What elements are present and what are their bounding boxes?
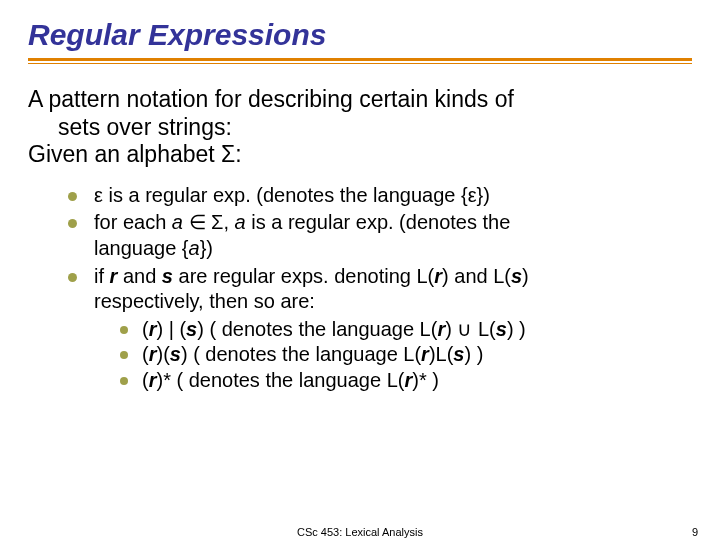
s1-a: ( [142, 318, 149, 340]
sub-3: (r)* ( denotes the language L(r)* ) [120, 368, 692, 394]
footer-center: CSc 453: Lexical Analysis [0, 526, 720, 538]
bullet-list: ε is a regular exp. (denotes the languag… [28, 183, 692, 394]
s2-c: ) ( denotes the language L( [181, 343, 421, 365]
b1-a: is a regular exp. (denotes the language … [103, 184, 468, 206]
b3-b: and [117, 265, 161, 287]
b3-a: if [94, 265, 110, 287]
bullet-1: ε is a regular exp. (denotes the languag… [68, 183, 692, 209]
b2-a: for each [94, 211, 172, 233]
s2-s2: s [453, 343, 464, 365]
b3-c: are regular exps. denoting L( [173, 265, 434, 287]
var-r-2: r [434, 265, 442, 287]
slide: Regular Expressions A pattern notation f… [0, 0, 720, 540]
bullet-2: for each a ∈ Σ, a is a regular exp. (den… [68, 210, 692, 261]
var-s-2: s [511, 265, 522, 287]
b3-e: ) [522, 265, 529, 287]
s3-c: )* ) [412, 369, 439, 391]
slide-body: A pattern notation for describing certai… [28, 86, 692, 394]
sigma-symbol: Σ [221, 141, 235, 167]
slide-title: Regular Expressions [28, 18, 692, 52]
var-a: a [172, 211, 183, 233]
s2-b: )( [156, 343, 169, 365]
page-number: 9 [692, 526, 698, 538]
intro-text: A pattern notation for describing certai… [28, 86, 692, 169]
s1-e: ) ) [507, 318, 526, 340]
intro-3a: Given an alphabet [28, 141, 221, 167]
s2-d: )L( [429, 343, 453, 365]
epsilon-symbol-2: ε [468, 184, 477, 206]
epsilon-symbol: ε [94, 184, 103, 206]
intro-line-1: A pattern notation for describing certai… [28, 86, 692, 114]
s2-a: ( [142, 343, 149, 365]
var-s: s [162, 265, 173, 287]
s3-b: )* ( denotes the language L( [156, 369, 404, 391]
b2-b: ∈ [183, 211, 211, 233]
title-rule-thick [28, 58, 692, 61]
s1-d: ) ∪ L( [445, 318, 496, 340]
sub-list: (r) | (s) ( denotes the language L(r) ∪ … [94, 317, 692, 394]
b2-e: language { [94, 237, 189, 259]
s2-s: s [170, 343, 181, 365]
sigma-symbol-2: Σ [211, 211, 223, 233]
s1-s: s [186, 318, 197, 340]
sub-2: (r)(s) ( denotes the language L(r)L(s) ) [120, 342, 692, 368]
intro-3b: : [235, 141, 241, 167]
b3-f: respectively, then so are: [94, 290, 315, 312]
s1-c: ) ( denotes the language L( [197, 318, 437, 340]
s1-s2: s [496, 318, 507, 340]
var-a-3: a [189, 237, 200, 259]
intro-line-2: sets over strings: [28, 114, 692, 142]
var-a-2: a [235, 211, 246, 233]
sub-1: (r) | (s) ( denotes the language L(r) ∪ … [120, 317, 692, 343]
s3-a: ( [142, 369, 149, 391]
b2-c: , [223, 211, 234, 233]
title-rule-thin [28, 63, 692, 64]
b1-b: }) [477, 184, 490, 206]
intro-line-3: Given an alphabet Σ: [28, 141, 692, 169]
bullet-3: if r and s are regular exps. denoting L(… [68, 264, 692, 394]
b2-d: is a regular exp. (denotes the [246, 211, 511, 233]
s2-e: ) ) [464, 343, 483, 365]
b2-f: }) [200, 237, 213, 259]
s2-r2: r [421, 343, 429, 365]
s1-b: ) | ( [156, 318, 186, 340]
b3-d: ) and L( [442, 265, 511, 287]
